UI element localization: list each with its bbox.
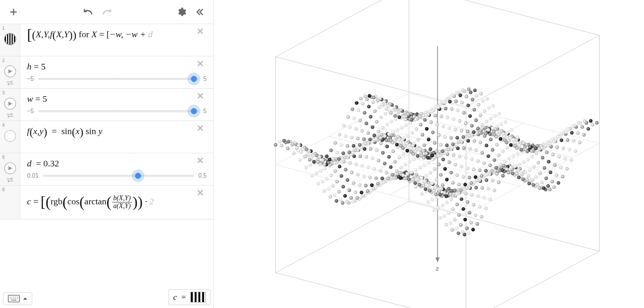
slider-thumb[interactable] xyxy=(135,173,141,179)
expression-row[interactable]: 1[(X,Y,f(X,Y)) for X = [−w, −w + d xyxy=(0,24,213,56)
math-expression[interactable]: f(x,y) = sin(x) sin y xyxy=(27,126,207,136)
delete-row-button[interactable] xyxy=(196,27,204,37)
keyboard-toggle-button[interactable] xyxy=(3,292,32,305)
slider-label: d = 0.32 xyxy=(27,159,207,169)
row-gutter: 3 xyxy=(0,89,20,121)
expression-panel: 1[(X,Y,f(X,Y)) for X = [−w, −w + d2h = 5… xyxy=(0,0,214,308)
result-chip[interactable]: c = xyxy=(168,289,210,305)
collapse-panel-button[interactable] xyxy=(193,5,207,19)
expression-row[interactable]: 3w = 5−55 xyxy=(0,89,213,121)
slider-max[interactable]: 0.5 xyxy=(198,172,207,179)
slider-track[interactable] xyxy=(38,78,199,80)
row-index: 5 xyxy=(2,155,5,160)
row-gutter: 1 xyxy=(0,24,20,56)
slider-label: w = 5 xyxy=(27,94,207,104)
row-gutter: 4 xyxy=(0,121,20,153)
row-index: 1 xyxy=(2,26,5,31)
row-gutter: 5 xyxy=(0,153,20,185)
row-index: 6 xyxy=(2,187,5,192)
expression-content[interactable]: w = 5−55 xyxy=(20,89,213,121)
expression-row[interactable]: 4f(x,y) = sin(x) sin y xyxy=(0,121,213,153)
barcode-swatch-icon xyxy=(191,292,206,302)
math-expression[interactable]: c = [(rgb(cos(arctan(b(X,Y)a(X,Y))) · 2 xyxy=(27,195,207,210)
result-lhs: c xyxy=(173,292,177,302)
expression-row[interactable]: 5d = 0.320.010.5 xyxy=(0,153,213,186)
delete-row-button[interactable] xyxy=(196,59,204,69)
slider-max[interactable]: 5 xyxy=(203,75,207,82)
expression-content[interactable]: h = 5−55 xyxy=(20,56,213,88)
loop-icon[interactable] xyxy=(6,80,14,87)
row-index: 4 xyxy=(2,122,5,128)
delete-row-button[interactable] xyxy=(196,124,204,134)
slider-min[interactable]: −5 xyxy=(27,108,34,115)
expression-list[interactable]: 1[(X,Y,f(X,Y)) for X = [−w, −w + d2h = 5… xyxy=(0,24,213,308)
play-button[interactable] xyxy=(4,98,16,110)
row-index: 2 xyxy=(2,58,5,63)
expression-content[interactable]: f(x,y) = sin(x) sin y xyxy=(20,121,213,153)
slider-max[interactable]: 5 xyxy=(203,108,207,115)
svg-marker-35 xyxy=(23,297,27,300)
row-gutter: 6 xyxy=(0,186,20,219)
undo-button[interactable] xyxy=(81,5,95,19)
barcode-icon[interactable] xyxy=(4,33,16,45)
expression-content[interactable]: [(X,Y,f(X,Y)) for X = [−w, −w + d xyxy=(20,24,213,56)
expression-content[interactable]: c = [(rgb(cos(arctan(b(X,Y)a(X,Y))) · 2 xyxy=(20,186,213,219)
delete-row-button[interactable] xyxy=(196,92,204,101)
svg-marker-4 xyxy=(8,69,12,74)
expression-content[interactable]: d = 0.320.010.5 xyxy=(20,153,213,185)
delete-row-button[interactable] xyxy=(196,189,204,198)
row-index: 3 xyxy=(2,90,5,95)
row-gutter: 2 xyxy=(0,56,20,88)
slider-track[interactable] xyxy=(43,175,194,177)
expression-row[interactable]: 2h = 5−55 xyxy=(0,56,213,89)
slider-thumb[interactable] xyxy=(191,108,197,114)
slider[interactable]: −55 xyxy=(27,75,207,82)
slider-label: h = 5 xyxy=(27,62,207,72)
expression-row[interactable]: 6c = [(rgb(cos(arctan(b(X,Y)a(X,Y))) · 2 xyxy=(0,186,213,219)
surface-plot-canvas xyxy=(214,0,644,308)
toolbar xyxy=(0,0,213,24)
loop-icon[interactable] xyxy=(6,177,14,184)
loop-icon[interactable] xyxy=(6,113,14,119)
visibility-toggle[interactable] xyxy=(4,130,16,142)
result-eq: = xyxy=(182,292,186,302)
svg-marker-16 xyxy=(8,166,12,171)
settings-button[interactable] xyxy=(174,5,188,19)
slider-min[interactable]: 0.01 xyxy=(27,172,39,179)
play-button[interactable] xyxy=(4,65,16,77)
slider-track[interactable] xyxy=(38,110,199,112)
redo-button[interactable] xyxy=(100,5,114,19)
play-button[interactable] xyxy=(4,162,16,174)
svg-marker-9 xyxy=(8,101,12,106)
slider[interactable]: −55 xyxy=(27,108,207,115)
slider-min[interactable]: −5 xyxy=(27,75,34,82)
delete-row-button[interactable] xyxy=(196,156,204,166)
slider-thumb[interactable] xyxy=(191,76,197,82)
graph-viewport[interactable] xyxy=(214,0,644,308)
add-expression-button[interactable] xyxy=(7,5,20,19)
slider[interactable]: 0.010.5 xyxy=(27,172,207,179)
math-expression[interactable]: [(X,Y,f(X,Y)) for X = [−w, −w + d xyxy=(27,29,207,39)
